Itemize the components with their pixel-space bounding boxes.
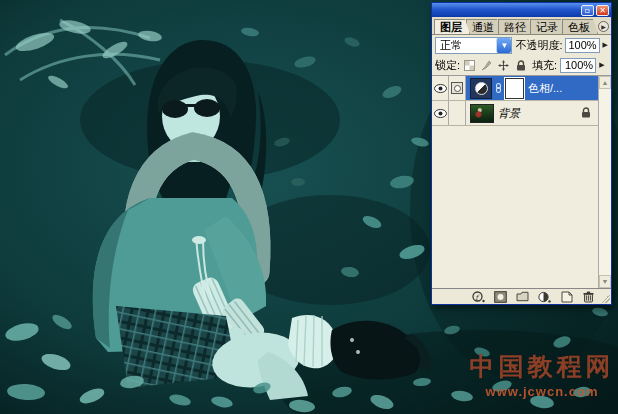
- tab-layers[interactable]: 图层: [434, 19, 470, 34]
- visibility-toggle[interactable]: [432, 76, 449, 100]
- lock-transparency-icon[interactable]: [463, 59, 476, 72]
- palette-bottombar: f: [432, 288, 611, 304]
- blend-mode-select[interactable]: 正常 ▼: [435, 37, 512, 54]
- palette-tabstrip: 图层 通道 路径 记录 色板 ▶: [432, 17, 611, 35]
- tab-paths[interactable]: 路径: [498, 19, 534, 34]
- layer-style-fx-icon: f: [472, 291, 485, 303]
- layer-mask-thumbnail[interactable]: [505, 78, 524, 99]
- visibility-toggle[interactable]: [432, 101, 449, 125]
- tab-swatches[interactable]: 色板: [562, 19, 598, 34]
- blend-opacity-row: 正常 ▼ 不透明度: 100% ▶: [432, 35, 611, 55]
- layers-palette: ▫ ✕ 图层 通道 路径 记录 色板 ▶ 正常 ▼ 不透明度: 100% ▶ 锁…: [431, 2, 612, 305]
- adjustment-layer-thumbnail[interactable]: [470, 78, 492, 99]
- layer-name[interactable]: 背景: [498, 106, 520, 121]
- fill-input[interactable]: 100%: [560, 58, 596, 73]
- blend-mode-value: 正常: [440, 38, 462, 53]
- mask-link-icon[interactable]: [496, 83, 501, 93]
- adjustment-half-circle-icon: [538, 291, 551, 303]
- palette-titlebar[interactable]: ▫ ✕: [432, 3, 611, 17]
- opacity-input[interactable]: 100%: [565, 38, 599, 53]
- trash-icon: [583, 291, 594, 303]
- photoshop-screenshot: 中国教程网 www.jcwcn.com ▫ ✕ 图层 通道 路径 记录 色板 ▶…: [0, 0, 618, 414]
- add-layer-mask-button[interactable]: [494, 291, 507, 303]
- lock-position-move-icon[interactable]: [497, 59, 510, 72]
- layer-row-adjustment[interactable]: 色相/...: [432, 76, 598, 101]
- lock-pixels-brush-icon[interactable]: [480, 59, 493, 72]
- lock-all-padlock-icon[interactable]: [514, 59, 527, 72]
- lock-label: 锁定:: [435, 58, 460, 73]
- lock-fill-row: 锁定: 填充: 100% ▶: [432, 55, 611, 75]
- close-button[interactable]: ✕: [596, 5, 609, 16]
- new-layer-button[interactable]: [560, 291, 573, 303]
- mask-mode-indicator: [449, 76, 466, 100]
- mask-indicator-icon: [451, 82, 463, 94]
- palette-menu-button[interactable]: ▶: [598, 21, 609, 32]
- new-adjustment-layer-button[interactable]: [538, 291, 551, 303]
- minimize-button[interactable]: ▫: [581, 5, 594, 16]
- opacity-slider-arrow-icon[interactable]: ▶: [603, 41, 608, 49]
- layers-scrollbar[interactable]: ▲ ▼: [598, 76, 611, 288]
- lock-icons: [463, 59, 527, 72]
- background-layer-thumbnail[interactable]: [470, 104, 494, 123]
- opacity-label: 不透明度:: [515, 38, 562, 53]
- scroll-down-button[interactable]: ▼: [599, 275, 611, 288]
- layer-style-button[interactable]: f: [472, 291, 485, 303]
- new-layer-page-icon: [561, 291, 573, 303]
- eye-icon: [434, 84, 447, 93]
- mask-mode-indicator: [449, 101, 466, 125]
- tab-channels[interactable]: 通道: [466, 19, 502, 34]
- fill-label: 填充:: [532, 58, 557, 73]
- fill-slider-arrow-icon[interactable]: ▶: [599, 61, 604, 69]
- folder-icon: [516, 291, 529, 302]
- layer-locked-icon: [581, 107, 591, 120]
- resize-grip[interactable]: [601, 294, 610, 303]
- eye-icon: [434, 109, 447, 118]
- delete-layer-button[interactable]: [582, 291, 595, 303]
- tab-history[interactable]: 记录: [530, 19, 566, 34]
- scroll-up-button[interactable]: ▲: [599, 76, 611, 89]
- hue-saturation-icon: [475, 82, 488, 95]
- chevron-down-icon[interactable]: ▼: [496, 38, 511, 53]
- layer-row-background[interactable]: 背景: [432, 101, 598, 126]
- new-group-button[interactable]: [516, 291, 529, 303]
- layer-name[interactable]: 色相/...: [528, 81, 562, 96]
- layers-list: 色相/... 背景: [432, 75, 611, 288]
- add-mask-icon: [494, 291, 507, 303]
